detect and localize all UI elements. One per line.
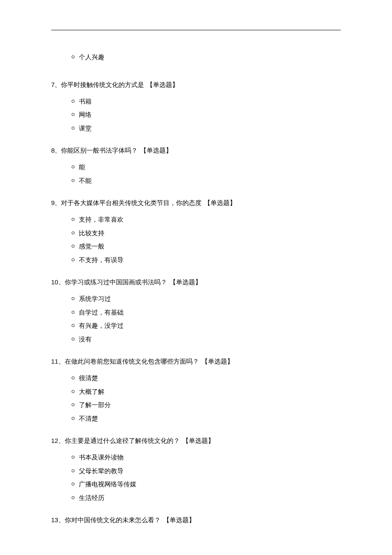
radio-icon <box>72 231 75 234</box>
radio-icon <box>72 496 75 499</box>
option-text: 课堂 <box>79 123 92 134</box>
option-row[interactable]: 自学过，有基础 <box>72 307 341 318</box>
option-row[interactable]: 父母长辈的教导 <box>72 465 341 477</box>
option-text: 大概了解 <box>79 386 104 397</box>
question-number: 8、 <box>51 147 61 154</box>
radio-icon <box>72 338 75 341</box>
option-row[interactable]: 不清楚 <box>72 413 341 424</box>
question-block: 8、你能区别一般书法字体吗？【单选题】能不能 <box>51 145 341 186</box>
option-row[interactable]: 书籍 <box>72 96 341 107</box>
question-text: 你能区别一般书法字体吗？ <box>61 147 138 154</box>
option-text: 自学过，有基础 <box>79 307 124 318</box>
option-text: 支持，非常喜欢 <box>79 214 124 225</box>
question-block: 9、对于各大媒体平台相关传统文化类节目，你的态度【单选题】支持，非常喜欢比较支持… <box>51 198 341 265</box>
question-block: 11、在做此问卷前您知道传统文化包含哪些方面吗？【单选题】很清楚大概了解了解一部… <box>51 356 341 424</box>
radio-icon <box>72 179 75 182</box>
question-text: 在做此问卷前您知道传统文化包含哪些方面吗？ <box>65 358 199 365</box>
top-divider <box>51 30 341 30</box>
question-type: 【单选题】 <box>170 278 202 286</box>
option-row[interactable]: 不能 <box>72 175 341 186</box>
option-row[interactable]: 书本及课外读物 <box>72 452 341 463</box>
option-row[interactable]: 有兴趣，没学过 <box>72 320 341 331</box>
question-title: 9、对于各大媒体平台相关传统文化类节目，你的态度【单选题】 <box>51 198 341 208</box>
option-text: 没有 <box>79 334 92 345</box>
question-type: 【单选题】 <box>204 199 236 206</box>
option-row[interactable]: 感觉一般 <box>72 241 341 252</box>
question-number: 7、 <box>51 81 61 88</box>
option-row[interactable]: 没有 <box>72 334 341 345</box>
radio-icon <box>72 324 75 327</box>
radio-icon <box>72 469 75 472</box>
option-row[interactable]: 网络 <box>72 109 341 120</box>
question-type: 【单选题】 <box>202 358 233 365</box>
options-list: 能不能 <box>72 162 341 186</box>
radio-icon <box>72 55 75 58</box>
option-text: 书籍 <box>79 96 92 107</box>
radio-icon <box>72 100 75 103</box>
question-block: 13、你对中国传统文化的未来怎么看？【单选题】 <box>51 515 341 525</box>
radio-icon <box>72 297 75 300</box>
question-type: 【单选题】 <box>163 516 195 523</box>
radio-icon <box>72 456 75 459</box>
option-row[interactable]: 系统学习过 <box>72 293 341 304</box>
option-text: 父母长辈的教导 <box>79 465 124 477</box>
option-text: 感觉一般 <box>79 241 104 252</box>
radio-icon <box>72 417 75 420</box>
question-title: 12、你主要是通过什么途径了解传统文化的？【单选题】 <box>51 436 341 446</box>
option-row[interactable]: 支持，非常喜欢 <box>72 214 341 225</box>
radio-icon <box>72 390 75 393</box>
option-text: 系统学习过 <box>79 293 111 304</box>
option-text: 很清楚 <box>79 373 98 384</box>
option-row[interactable]: 比较支持 <box>72 228 341 239</box>
question-title: 7、你平时接触传统文化的方式是【单选题】 <box>51 80 341 90</box>
question-text: 你对中国传统文化的未来怎么看？ <box>65 516 161 523</box>
option-text: 有兴趣，没学过 <box>79 320 124 331</box>
questions-container: 7、你平时接触传统文化的方式是【单选题】书籍网络课堂8、你能区别一般书法字体吗？… <box>51 80 341 526</box>
page-container: 个人兴趣 7、你平时接触传统文化的方式是【单选题】书籍网络课堂8、你能区别一般书… <box>0 0 392 555</box>
option-row[interactable]: 能 <box>72 162 341 173</box>
radio-icon <box>72 483 75 486</box>
option-text: 不支持，有误导 <box>79 254 124 266</box>
option-text: 书本及课外读物 <box>79 452 124 463</box>
option-row[interactable]: 了解一部分 <box>72 399 341 410</box>
options-list: 系统学习过自学过，有基础有兴趣，没学过没有 <box>72 293 341 344</box>
radio-icon <box>72 376 75 379</box>
question-type: 【单选题】 <box>147 81 179 88</box>
option-row[interactable]: 大概了解 <box>72 386 341 397</box>
option-text: 广播电视网络等传媒 <box>79 479 136 490</box>
radio-icon <box>72 113 75 116</box>
radio-icon <box>72 165 75 168</box>
question-text: 你平时接触传统文化的方式是 <box>61 81 144 88</box>
radio-icon <box>72 218 75 221</box>
question-number: 9、 <box>51 199 61 206</box>
option-text: 个人兴趣 <box>79 52 104 63</box>
option-text: 了解一部分 <box>79 399 111 410</box>
question-title: 13、你对中国传统文化的未来怎么看？【单选题】 <box>51 515 341 525</box>
question-title: 11、在做此问卷前您知道传统文化包含哪些方面吗？【单选题】 <box>51 356 341 367</box>
question-title: 8、你能区别一般书法字体吗？【单选题】 <box>51 145 341 156</box>
option-row[interactable]: 很清楚 <box>72 373 341 384</box>
radio-icon <box>72 127 75 130</box>
option-text: 不能 <box>79 175 92 186</box>
options-list: 很清楚大概了解了解一部分不清楚 <box>72 373 341 424</box>
option-text: 能 <box>79 162 85 173</box>
question-block: 7、你平时接触传统文化的方式是【单选题】书籍网络课堂 <box>51 80 341 134</box>
question-text: 你主要是通过什么途径了解传统文化的？ <box>65 437 180 444</box>
option-row[interactable]: 个人兴趣 <box>72 52 341 63</box>
option-text: 网络 <box>79 109 92 120</box>
option-row[interactable]: 不支持，有误导 <box>72 254 341 266</box>
option-text: 不清楚 <box>79 413 98 424</box>
question-number: 13、 <box>51 516 65 523</box>
question-text: 你学习或练习过中国国画或书法吗？ <box>65 278 167 286</box>
radio-icon <box>72 311 75 314</box>
options-list: 支持，非常喜欢比较支持感觉一般不支持，有误导 <box>72 214 341 265</box>
option-row[interactable]: 生活经历 <box>72 492 341 503</box>
radio-icon <box>72 245 75 248</box>
question-number: 10、 <box>51 278 65 286</box>
option-row[interactable]: 课堂 <box>72 123 341 134</box>
question-text: 对于各大媒体平台相关传统文化类节目，你的态度 <box>61 199 202 206</box>
question-title: 10、你学习或练习过中国国画或书法吗？【单选题】 <box>51 277 341 287</box>
question-number: 11、 <box>51 358 65 365</box>
question-number: 12、 <box>51 437 65 444</box>
option-row[interactable]: 广播电视网络等传媒 <box>72 479 341 490</box>
